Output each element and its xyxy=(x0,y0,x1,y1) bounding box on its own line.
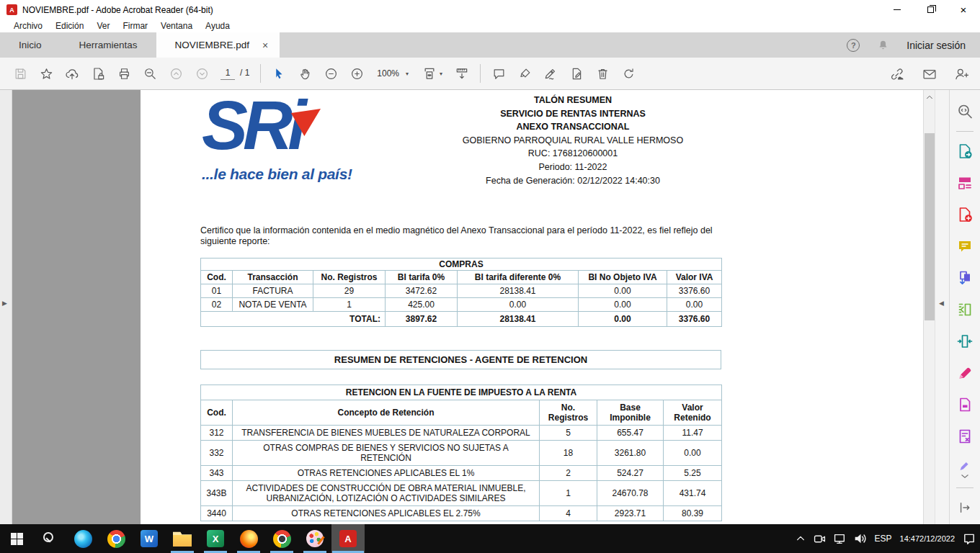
menu-item-edicion[interactable]: Edición xyxy=(49,21,90,31)
table-cell: 0.00 xyxy=(579,284,667,298)
tool-compress-pdf[interactable] xyxy=(950,325,980,357)
hand-tool-button[interactable] xyxy=(292,62,318,85)
taskbar-chrome-button[interactable] xyxy=(99,524,133,553)
taskbar-start-button[interactable] xyxy=(0,524,33,553)
tab-close-icon[interactable]: × xyxy=(262,40,268,51)
tool-comment[interactable] xyxy=(950,230,980,262)
table-cell: BI tarifa 0% xyxy=(386,271,458,284)
fill-sign-button[interactable] xyxy=(564,62,589,85)
taskbar-clock[interactable]: 14:47 2/12/2022 xyxy=(900,534,955,544)
zoom-level-dropdown[interactable]: 100% ▾ xyxy=(377,68,409,78)
expand-left-pane-icon[interactable]: ▶ xyxy=(2,300,7,307)
table-row: TOTAL:3897.6228138.410.003376.60 xyxy=(201,312,722,327)
restore-button[interactable] xyxy=(914,0,947,19)
tab-inicio[interactable]: Inicio xyxy=(0,32,61,58)
taskbar-edge-button[interactable] xyxy=(66,524,99,553)
tray-hidden-icons-button[interactable] xyxy=(796,534,806,544)
tool-protect-pdf[interactable] xyxy=(950,389,980,421)
page-fit-dropdown[interactable]: ▾ xyxy=(416,62,449,85)
sign-button[interactable] xyxy=(538,62,564,85)
chrome-profile-icon xyxy=(273,530,291,548)
taskbar-file-explorer-button[interactable] xyxy=(166,524,199,553)
collapse-right-pane-icon[interactable]: ◀ xyxy=(939,300,944,307)
doc-header-line: GOBIERNO PARROQUIAL RURAL VALLE HERMOSO xyxy=(389,134,757,148)
tray-meet-now-button[interactable] xyxy=(814,533,826,545)
delete-button[interactable] xyxy=(589,62,615,85)
open-tools-panel-button[interactable] xyxy=(950,492,980,523)
fit-width-button[interactable] xyxy=(449,62,475,85)
table-cell: 29 xyxy=(313,284,386,298)
table-cell: 0.00 xyxy=(579,298,667,312)
sign-in-button[interactable]: Iniciar sesión xyxy=(906,40,966,51)
menu-item-firmar[interactable]: Firmar xyxy=(116,21,154,31)
toolbar: 1 / 1 100% ▾ ▾ xyxy=(0,58,980,90)
tool-create-pdf[interactable] xyxy=(950,199,980,230)
tool-prepare-form[interactable] xyxy=(950,421,980,452)
tray-volume-button[interactable] xyxy=(854,532,867,545)
menu-item-archivo[interactable]: Archivo xyxy=(7,21,49,31)
taskbar-excel-button[interactable]: X xyxy=(199,524,232,553)
scroll-up-button[interactable] xyxy=(924,92,935,102)
save-button[interactable] xyxy=(7,62,33,85)
menu-item-ventana[interactable]: Ventana xyxy=(154,21,199,31)
next-page-button[interactable] xyxy=(189,62,215,85)
share-people-button[interactable] xyxy=(948,63,974,86)
chrome-icon xyxy=(107,530,125,548)
zoom-out-button[interactable] xyxy=(318,62,344,85)
minimize-button[interactable] xyxy=(881,0,914,19)
highlight-button[interactable] xyxy=(512,62,538,85)
tool-organize-pages[interactable] xyxy=(950,294,980,325)
share-link-button[interactable] xyxy=(885,63,911,86)
tray-language-button[interactable]: ESP xyxy=(875,534,892,544)
tool-edit-pdf[interactable] xyxy=(950,167,980,199)
menu-item-ayuda[interactable]: Ayuda xyxy=(199,21,236,31)
table-cell: ACTIVIDADES DE CONSTRUCCIÓN DE OBRA MATE… xyxy=(233,481,540,506)
tool-find-navigate[interactable] xyxy=(950,96,980,127)
menu-item-ver[interactable]: Ver xyxy=(90,21,116,31)
toolbar-divider xyxy=(260,64,261,83)
table-row: Cod.TransacciónNo. RegistrosBI tarifa 0%… xyxy=(201,271,722,284)
help-icon[interactable]: ? xyxy=(847,39,860,52)
select-tool-button[interactable] xyxy=(266,62,292,85)
tray-network-button[interactable] xyxy=(834,533,846,545)
action-center-button[interactable] xyxy=(963,532,976,545)
close-button[interactable]: × xyxy=(947,0,980,19)
favorite-button[interactable] xyxy=(33,62,59,85)
table-cell: 0.00 xyxy=(667,298,722,312)
upload-cloud-button[interactable] xyxy=(59,62,85,85)
tab-document[interactable]: NOVIEMBRE.pdf × xyxy=(156,32,280,58)
table-cell: Valor IVA xyxy=(667,271,722,284)
tool-combine-files[interactable] xyxy=(950,262,980,294)
table-cell: 02 xyxy=(201,298,233,312)
taskbar-chrome-profile-button[interactable] xyxy=(265,524,298,553)
email-button[interactable] xyxy=(917,63,943,86)
taskbar-acrobat-button[interactable]: A xyxy=(331,524,365,553)
taskbar-paint-button[interactable] xyxy=(298,524,331,553)
taskbar-search-button[interactable] xyxy=(33,524,66,553)
table-cell: 3440 xyxy=(201,506,233,521)
table-row: 343OTRAS RETENCIONES APLICABLES EL 1%252… xyxy=(201,466,722,481)
table-cell: BI No Objeto IVA xyxy=(579,271,667,284)
more-tools-pen-icon xyxy=(957,458,973,474)
taskbar-word-button[interactable]: W xyxy=(133,524,166,553)
print-button[interactable] xyxy=(111,62,137,85)
minimize-icon xyxy=(894,9,901,10)
window-title: NOVIEMBRE.pdf - Adobe Acrobat Reader (64… xyxy=(22,5,213,15)
page-number-input[interactable]: 1 xyxy=(220,68,235,80)
bell-icon[interactable] xyxy=(877,39,889,52)
comment-tool-icon xyxy=(956,238,974,255)
scrollbar-thumb[interactable] xyxy=(925,133,935,320)
comment-button[interactable] xyxy=(486,62,512,85)
taskbar-firefox-button[interactable] xyxy=(232,524,265,553)
previous-page-button[interactable] xyxy=(163,62,189,85)
tool-fill-sign[interactable] xyxy=(950,357,980,389)
rotate-button[interactable] xyxy=(615,62,641,85)
export-locked-button[interactable] xyxy=(85,62,111,85)
tool-more-tools[interactable] xyxy=(950,452,980,484)
find-button[interactable] xyxy=(137,62,163,85)
tool-export-pdf[interactable] xyxy=(950,135,980,167)
zoom-in-button[interactable] xyxy=(344,62,370,85)
chevron-up-icon xyxy=(926,95,933,99)
tab-herramientas[interactable]: Herramientas xyxy=(61,32,156,58)
table-cell: Cod. xyxy=(201,271,233,284)
